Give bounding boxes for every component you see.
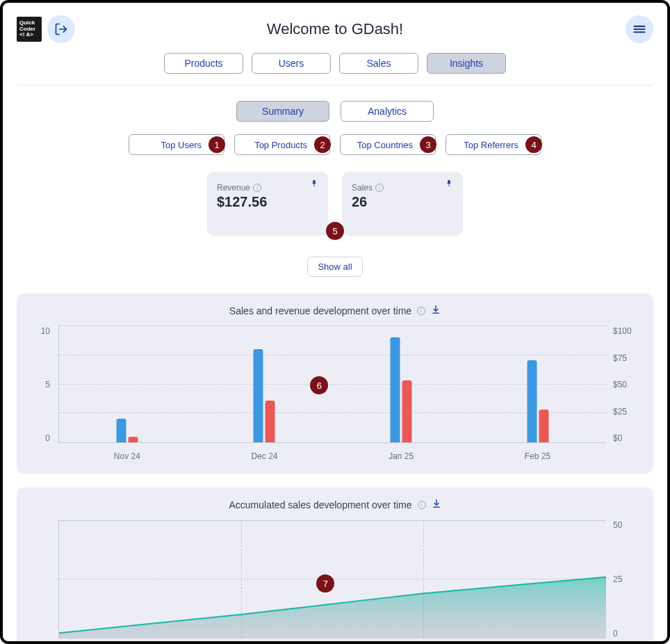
hamburger-icon <box>632 22 646 36</box>
chip-top-products[interactable]: Top Products2 <box>234 134 330 155</box>
pin-icon[interactable] <box>445 179 453 191</box>
callout-badge-3: 3 <box>420 136 436 153</box>
pin-icon[interactable] <box>310 179 318 191</box>
stat-card-sales: Sales i 26 <box>342 172 463 236</box>
info-icon[interactable]: i <box>418 501 426 509</box>
bar-revenue <box>539 410 548 442</box>
chart-accumulated-sales: Accumulated sales development over time … <box>17 488 653 644</box>
page-title: Welcome to GDash! <box>267 20 403 38</box>
logout-icon <box>54 22 68 36</box>
stat-card-revenue: Revenue i $127.56 <box>207 172 328 236</box>
subtab-analytics[interactable]: Analytics <box>341 101 434 122</box>
chip-top-referrers[interactable]: Top Referrers4 <box>446 134 541 155</box>
chart2-title: Accumulated sales development over time <box>229 499 411 510</box>
callout-badge-4: 4 <box>525 136 542 153</box>
y-axis-right: 50250 <box>609 520 644 638</box>
tab-users[interactable]: Users <box>252 53 331 74</box>
x-axis: Nov 24Dec 24Jan 25Feb 25 <box>58 447 606 465</box>
bar-sales <box>117 419 126 442</box>
info-icon[interactable]: i <box>253 184 261 192</box>
bar-sales <box>527 360 537 442</box>
bar-group <box>254 349 275 442</box>
bar-group <box>117 419 138 442</box>
chart-sales-revenue: Sales and revenue development over time … <box>17 293 653 474</box>
download-icon[interactable] <box>432 499 441 510</box>
tab-products[interactable]: Products <box>164 53 243 74</box>
bar-revenue <box>129 437 138 442</box>
bar-group <box>390 337 411 442</box>
callout-badge-2: 2 <box>314 136 331 153</box>
bar-revenue <box>402 380 411 442</box>
logout-button[interactable] <box>47 15 75 43</box>
stat-label: Revenue i <box>217 183 318 193</box>
y-axis-right: $100$75$50$25$0 <box>609 326 644 443</box>
stat-value: 26 <box>352 194 453 210</box>
stat-value: $127.56 <box>217 194 318 210</box>
bar-revenue <box>265 401 275 442</box>
bar-sales <box>390 337 400 442</box>
callout-badge-5: 5 <box>326 222 344 240</box>
tab-sales[interactable]: Sales <box>339 53 418 74</box>
plot-area <box>58 326 606 443</box>
chart1-title: Sales and revenue development over time <box>229 305 411 316</box>
stat-label: Sales i <box>352 183 453 193</box>
bar-sales <box>254 349 263 442</box>
bar-group <box>527 360 548 442</box>
info-icon[interactable]: i <box>375 184 384 192</box>
info-icon[interactable]: i <box>417 307 425 315</box>
chip-top-countries[interactable]: Top Countries3 <box>340 134 436 155</box>
app-logo: QuickCoder<! &> <box>17 17 42 42</box>
callout-badge-1: 1 <box>209 136 225 153</box>
y-axis-left: 1050 <box>26 326 54 443</box>
tab-insights[interactable]: Insights <box>427 53 506 74</box>
show-all-button[interactable]: Show all <box>307 257 362 277</box>
download-icon[interactable] <box>431 305 441 316</box>
menu-button[interactable] <box>626 15 653 43</box>
subtab-summary[interactable]: Summary <box>236 101 329 122</box>
chip-top-users[interactable]: Top Users1 <box>129 134 224 155</box>
